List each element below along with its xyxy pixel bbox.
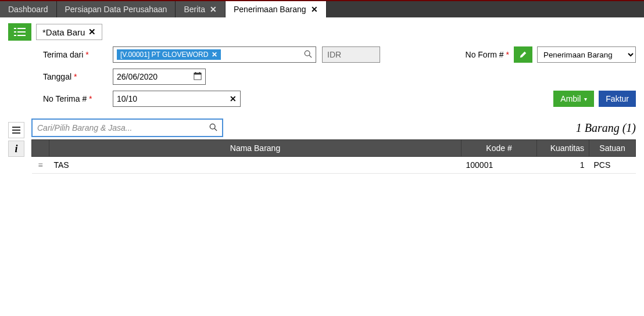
col-kode[interactable]: Kode # bbox=[461, 140, 537, 157]
close-icon[interactable]: ✕ bbox=[311, 5, 318, 14]
grid-empty-area bbox=[31, 174, 636, 290]
document-header: *Data Baru ✕ bbox=[8, 23, 636, 41]
menu-button[interactable] bbox=[8, 23, 31, 41]
app-tab-bar: Dashboard Persiapan Data Perusahaan Beri… bbox=[0, 0, 644, 17]
close-icon[interactable]: ✕ bbox=[210, 5, 217, 14]
calendar-icon[interactable] bbox=[194, 72, 202, 82]
lines-icon bbox=[12, 126, 21, 134]
vendor-label: Terima dari * bbox=[43, 50, 107, 59]
svg-line-16 bbox=[214, 128, 217, 131]
list-icon bbox=[14, 28, 26, 36]
form-type-select[interactable]: Penerimaan Barang bbox=[537, 46, 636, 63]
info-icon: i bbox=[15, 143, 17, 155]
edit-form-number-button[interactable] bbox=[514, 46, 532, 63]
svg-rect-10 bbox=[195, 72, 196, 74]
date-input[interactable]: 26/06/2020 bbox=[113, 69, 206, 85]
search-icon[interactable] bbox=[304, 50, 312, 60]
currency-display: IDR bbox=[322, 46, 380, 63]
item-count-label: 1 Barang (1) bbox=[576, 121, 636, 135]
tab-label: Berita bbox=[184, 5, 205, 14]
svg-point-6 bbox=[305, 51, 310, 56]
ambil-button[interactable]: Ambil▾ bbox=[553, 91, 594, 107]
svg-line-7 bbox=[309, 55, 312, 58]
info-view-button[interactable]: i bbox=[8, 141, 24, 157]
clear-icon[interactable]: ✕ bbox=[230, 94, 237, 103]
svg-rect-14 bbox=[12, 132, 20, 134]
svg-rect-4 bbox=[14, 35, 16, 36]
vendor-chip-text: [V.00001] PT GLOVEWORD bbox=[120, 51, 208, 59]
date-value: 26/06/2020 bbox=[117, 72, 158, 81]
col-sat[interactable]: Satuan bbox=[589, 140, 636, 157]
tab-dashboard[interactable]: Dashboard bbox=[0, 1, 57, 17]
svg-rect-13 bbox=[12, 130, 20, 131]
cell-qty[interactable]: 1 bbox=[537, 157, 589, 174]
close-icon[interactable]: ✕ bbox=[88, 27, 96, 37]
tab-label: Persiapan Data Perusahaan bbox=[65, 5, 167, 14]
tab-label: Dashboard bbox=[8, 5, 48, 14]
form-area: Terima dari * [V.00001] PT GLOVEWORD ✕ I… bbox=[8, 46, 636, 119]
cell-nama[interactable]: TAS bbox=[49, 157, 461, 174]
noform-label: No Form # * bbox=[466, 50, 509, 59]
cell-kode[interactable]: 100001 bbox=[461, 157, 537, 174]
svg-rect-12 bbox=[12, 127, 20, 128]
tab-persiapan[interactable]: Persiapan Data Perusahaan bbox=[57, 1, 176, 17]
tab-berita[interactable]: Berita ✕ bbox=[176, 1, 226, 17]
tab-label: Penerimaan Barang bbox=[234, 5, 306, 14]
grid-side-toolbar: i bbox=[8, 119, 31, 157]
cell-sat[interactable]: PCS bbox=[589, 157, 636, 174]
items-table: Nama Barang Kode # Kuantitas Satuan ≡ TA… bbox=[31, 139, 636, 174]
receipt-no-value: 10/10 bbox=[117, 94, 137, 103]
document-tab[interactable]: *Data Baru ✕ bbox=[36, 24, 102, 40]
document-tab-label: *Data Baru bbox=[42, 27, 85, 37]
row-handle-icon[interactable]: ≡ bbox=[32, 157, 49, 174]
date-label: Tanggal * bbox=[43, 72, 107, 81]
receipt-no-input[interactable]: 10/10 ✕ bbox=[113, 91, 241, 107]
item-search-placeholder: Cari/Pilih Barang & Jasa... bbox=[37, 123, 132, 132]
faktur-button[interactable]: Faktur bbox=[599, 91, 636, 107]
vendor-lookup[interactable]: [V.00001] PT GLOVEWORD ✕ bbox=[113, 46, 316, 63]
chevron-down-icon: ▾ bbox=[584, 96, 587, 102]
svg-point-15 bbox=[210, 124, 215, 129]
col-qty[interactable]: Kuantitas bbox=[537, 140, 589, 157]
vendor-chip: [V.00001] PT GLOVEWORD ✕ bbox=[117, 49, 221, 60]
pencil-icon bbox=[519, 51, 527, 59]
col-nama[interactable]: Nama Barang bbox=[49, 140, 461, 157]
item-search-input[interactable]: Cari/Pilih Barang & Jasa... bbox=[31, 119, 223, 137]
svg-rect-2 bbox=[14, 31, 16, 33]
svg-rect-1 bbox=[17, 28, 26, 29]
receipt-no-label: No Terima # * bbox=[43, 94, 107, 103]
detail-view-button[interactable] bbox=[8, 122, 24, 138]
svg-rect-11 bbox=[199, 72, 201, 74]
svg-rect-3 bbox=[17, 31, 26, 33]
svg-rect-5 bbox=[17, 35, 26, 36]
table-row[interactable]: ≡ TAS 100001 1 PCS bbox=[32, 157, 636, 174]
svg-rect-0 bbox=[14, 28, 16, 29]
search-icon[interactable] bbox=[209, 123, 217, 133]
remove-chip-icon[interactable]: ✕ bbox=[212, 51, 217, 59]
tab-penerimaan-barang[interactable]: Penerimaan Barang ✕ bbox=[226, 1, 327, 17]
